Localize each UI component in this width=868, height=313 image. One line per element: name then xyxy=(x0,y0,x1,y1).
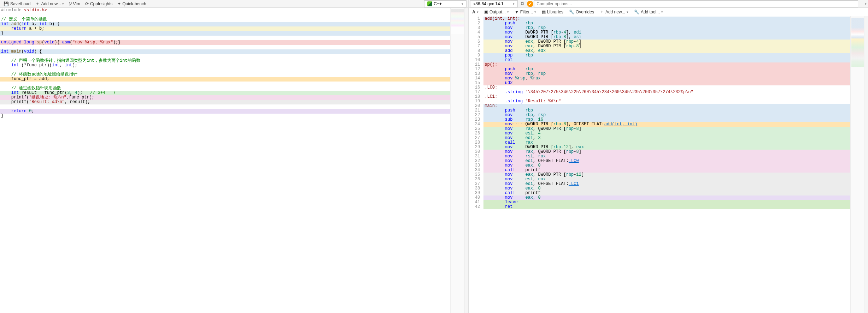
terminal-icon: ▣ xyxy=(484,10,488,14)
quickbench-button[interactable]: ✦ Quick-bench xyxy=(115,1,148,7)
source-line[interactable] xyxy=(0,82,450,86)
source-minimap[interactable] xyxy=(450,8,464,313)
asm-code-area[interactable]: 1234567891011121314151617181920212223242… xyxy=(469,16,850,313)
add-new-button[interactable]: ＋ Add new... ▾ xyxy=(33,0,66,7)
ce-logo-icon xyxy=(427,1,432,6)
output-button[interactable]: ▣ Output... ▾ xyxy=(482,9,511,15)
filter-button[interactable]: ▼ Filter... ▾ xyxy=(512,9,538,15)
popout-button[interactable]: ⧉ xyxy=(518,0,526,7)
compile-status-badge: ✔ xyxy=(527,1,533,7)
source-editor[interactable]: #include <stdio.h> // 定义一个简单的函数int add(i… xyxy=(0,8,468,313)
vim-button[interactable]: 𝓥 Vim xyxy=(67,1,82,7)
asm-line[interactable]: .string "\345\207\275\346\225\260\345\23… xyxy=(483,90,850,95)
vim-icon: 𝓥 xyxy=(69,1,71,6)
external-link-icon: ⧉ xyxy=(521,1,524,7)
compiler-toolbar: x86-64 gcc 14.1 ▾ ⧉ ✔ ▾ xyxy=(469,0,868,8)
chevron-down-icon: ▾ xyxy=(513,2,515,6)
save-load-button[interactable]: 💾 Save/Load xyxy=(1,1,33,7)
source-line[interactable]: int add(int a, int b) { xyxy=(0,22,450,26)
language-select[interactable]: C++ ▾ xyxy=(424,0,467,7)
overrides-label: Overrides xyxy=(576,10,594,14)
filter-label: Filter... xyxy=(520,10,533,14)
source-line[interactable]: // 将函数add的地址赋给函数指针 xyxy=(0,72,450,77)
source-line[interactable]: func_ptr = add; xyxy=(0,77,450,82)
plus-icon: ＋ xyxy=(35,1,40,7)
asm-line[interactable]: ud2 xyxy=(483,81,850,85)
chevron-down-icon: ▾ xyxy=(627,10,628,14)
quickbench-icon: ✦ xyxy=(117,1,121,6)
font-icon: A xyxy=(472,10,475,14)
asm-line[interactable]: ret xyxy=(483,205,850,209)
asm-line[interactable]: sp(): xyxy=(483,62,850,67)
source-line[interactable]: return a + b; xyxy=(0,26,450,31)
compiler-label: x86-64 gcc 14.1 xyxy=(473,1,503,6)
asm-lines[interactable]: add(int, int): push rbp mov rbp, rsp mov… xyxy=(483,17,850,313)
add-new-label: Add new... xyxy=(41,1,61,6)
compiler-menu-button[interactable]: ▾ xyxy=(859,0,867,7)
line-number: 42 xyxy=(469,205,480,209)
font-menu-button[interactable]: A ▾ xyxy=(470,9,481,15)
funnel-icon: ▼ xyxy=(515,10,519,14)
chevron-down-icon: ▾ xyxy=(507,10,509,14)
asm-line[interactable]: .string "Result: %d\n" xyxy=(483,99,850,104)
asm-line[interactable]: add(int, int): xyxy=(483,17,850,21)
asm-line[interactable]: pop rbp xyxy=(483,53,850,58)
source-line[interactable]: printf("Result: %d\n", result); xyxy=(0,100,450,104)
asm-gutter: 1234567891011121314151617181920212223242… xyxy=(469,17,483,313)
source-line[interactable]: } xyxy=(0,31,450,36)
source-code-area[interactable]: #include <stdio.h> // 定义一个简单的函数int add(i… xyxy=(0,8,450,313)
source-line[interactable]: #include <stdio.h> xyxy=(0,8,450,13)
source-line[interactable]: int (*func_ptr)(int, int); xyxy=(0,63,450,68)
cppinsights-button[interactable]: ⟳ CppInsights xyxy=(83,1,115,7)
quickbench-label: Quick-bench xyxy=(122,1,146,6)
source-line[interactable]: int main(void) { xyxy=(0,49,450,54)
asm-pane: x86-64 gcc 14.1 ▾ ⧉ ✔ ▾ A ▾ ▣ Output... … xyxy=(469,0,868,313)
source-line[interactable]: unsigned long sp(void){ asm("mov %rsp, %… xyxy=(0,40,450,45)
asm-scroll-indicator[interactable] xyxy=(864,16,868,313)
libraries-button[interactable]: ▤ Libraries xyxy=(540,9,565,15)
source-pane: 💾 Save/Load ＋ Add new... ▾ 𝓥 Vim ⟳ CppIn… xyxy=(0,0,469,313)
language-label: C++ xyxy=(434,1,442,6)
wrench-icon: 🔧 xyxy=(634,10,639,14)
asm-line[interactable]: ret xyxy=(483,58,850,62)
asm-line[interactable]: add eax, edx xyxy=(483,49,850,53)
asm-line[interactable]: mov %rsp, %rax xyxy=(483,76,850,81)
add-new-asm-label: Add new... xyxy=(605,10,625,14)
chevron-down-icon: ▾ xyxy=(534,10,536,14)
overrides-button[interactable]: 🔧 Overrides xyxy=(567,9,596,15)
source-toolbar: 💾 Save/Load ＋ Add new... ▾ 𝓥 Vim ⟳ CppIn… xyxy=(0,0,468,8)
asm-line[interactable]: main: xyxy=(483,104,850,108)
asm-subbar: A ▾ ▣ Output... ▾ ▼ Filter... ▾ ▤ Librar… xyxy=(469,8,868,16)
plus-icon: ＋ xyxy=(600,9,604,15)
chevron-down-icon: ▾ xyxy=(477,10,479,14)
asm-line[interactable]: leave xyxy=(483,200,850,205)
add-tool-button[interactable]: 🔧 Add tool... ▾ xyxy=(632,9,665,15)
book-icon: ▤ xyxy=(542,10,546,14)
libraries-label: Libraries xyxy=(547,10,563,14)
source-line[interactable] xyxy=(0,45,450,49)
add-new-asm-button[interactable]: ＋ Add new... ▾ xyxy=(598,8,631,16)
add-tool-label: Add tool... xyxy=(641,10,660,14)
source-line[interactable]: } xyxy=(0,114,450,118)
compiler-options-input[interactable] xyxy=(534,0,858,7)
output-label: Output... xyxy=(489,10,506,14)
asm-editor[interactable]: 1234567891011121314151617181920212223242… xyxy=(469,16,868,313)
asm-line[interactable]: mov eax, 0 xyxy=(483,195,850,200)
cppinsights-icon: ⟳ xyxy=(85,1,89,6)
chevron-down-icon: ▾ xyxy=(661,10,663,14)
source-line[interactable] xyxy=(0,13,450,17)
floppy-icon: 💾 xyxy=(4,1,9,6)
source-line[interactable]: // 定义一个简单的函数 xyxy=(0,17,450,22)
asm-minimap[interactable] xyxy=(850,16,864,313)
asm-line[interactable]: mov edi, 3 xyxy=(483,136,850,140)
vim-label: Vim xyxy=(73,1,80,6)
source-line[interactable]: return 0; xyxy=(0,109,450,114)
chevron-down-icon: ▾ xyxy=(62,2,64,6)
source-line[interactable] xyxy=(0,104,450,109)
chevron-down-icon: ▾ xyxy=(462,2,463,6)
source-scroll-indicator[interactable] xyxy=(464,8,468,313)
save-load-label: Save/Load xyxy=(10,1,30,6)
chevron-down-icon: ▾ xyxy=(865,2,867,6)
wrench-icon: 🔧 xyxy=(569,10,574,14)
compiler-select[interactable]: x86-64 gcc 14.1 ▾ xyxy=(470,0,518,7)
